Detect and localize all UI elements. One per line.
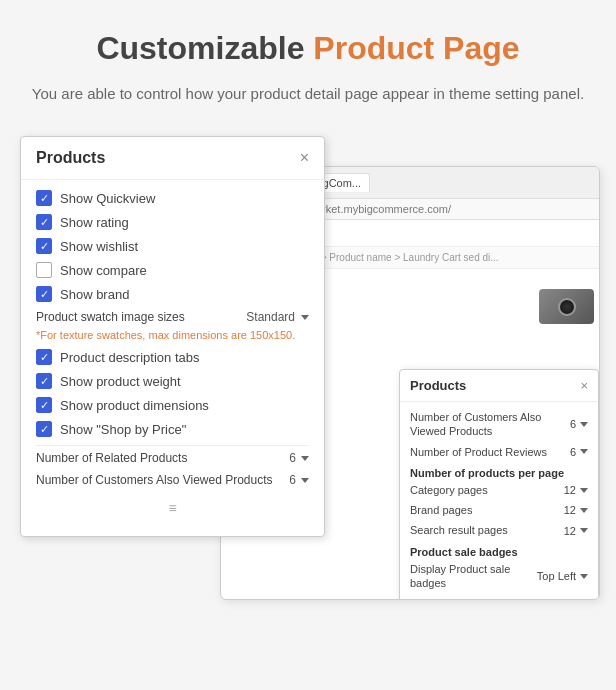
panel-header: Products ×: [21, 137, 324, 180]
panel-title: Products: [36, 149, 105, 167]
customers-viewed-label: Number of Customers Also Viewed Products: [36, 473, 289, 487]
separator: [36, 445, 309, 446]
back-select-customers[interactable]: 6: [570, 418, 588, 430]
close-icon[interactable]: ×: [300, 150, 309, 166]
checkbox-show-brand[interactable]: Show brand: [36, 286, 309, 302]
checkbox-show-rating[interactable]: Show rating: [36, 214, 309, 230]
back-select-search[interactable]: 12: [564, 525, 588, 537]
back-row-brand: Brand pages 12: [410, 503, 588, 517]
back-select-color[interactable]: #FFFFFF: [542, 598, 588, 600]
number-related-products-row: Number of Related Products 6: [36, 451, 309, 465]
chevron-down-icon: [301, 478, 309, 483]
checkbox-product-weight[interactable]: Show product weight: [36, 373, 309, 389]
back-row-product-reviews: Number of Product Reviews 6: [410, 445, 588, 459]
back-row-search: Search result pages 12: [410, 523, 588, 537]
checkbox-show-compare[interactable]: Show compare: [36, 262, 309, 278]
checkbox-checked-icon: [36, 349, 52, 365]
checkbox-description-tabs[interactable]: Product description tabs: [36, 349, 309, 365]
checkbox-unchecked-icon: [36, 262, 52, 278]
products-panel-front: Products × Show Quickview Show rating Sh…: [20, 136, 325, 537]
checkbox-checked-icon: [36, 190, 52, 206]
related-products-select[interactable]: 6: [289, 451, 309, 465]
sale-badges-header: Product sale badges: [410, 546, 588, 558]
camera-body: [539, 289, 594, 324]
page-title: Customizable Product Page: [20, 30, 596, 67]
chevron-down-icon: [580, 508, 588, 513]
chevron-down-icon: [580, 422, 588, 427]
products-panel-back: Products × Number of Customers Also View…: [399, 369, 599, 600]
back-panel-body: Number of Customers Also Viewed Products…: [400, 402, 598, 600]
products-per-page-header: Number of products per page: [410, 467, 588, 479]
back-row-display-badges: Display Product sale badges Top Left: [410, 562, 588, 591]
checkbox-product-dimensions[interactable]: Show product dimensions: [36, 397, 309, 413]
back-select-badges[interactable]: Top Left: [537, 570, 588, 582]
chevron-down-icon: [580, 528, 588, 533]
chevron-down-icon: [580, 488, 588, 493]
back-row-customers-viewed: Number of Customers Also Viewed Products…: [410, 410, 588, 439]
customers-viewed-select[interactable]: 6: [289, 473, 309, 487]
checkbox-checked-icon: [36, 286, 52, 302]
swatch-label: Product swatch image sizes: [36, 310, 185, 324]
checkbox-checked-icon: [36, 214, 52, 230]
chevron-down-icon: [580, 449, 588, 454]
checkbox-show-wishlist[interactable]: Show wishlist: [36, 238, 309, 254]
scrollbar[interactable]: ≡: [36, 495, 309, 521]
swatch-select[interactable]: Standard: [246, 310, 309, 324]
checkbox-checked-icon: [36, 238, 52, 254]
back-select-category[interactable]: 12: [564, 484, 588, 496]
panel-body: Show Quickview Show rating Show wishlist…: [21, 180, 324, 536]
back-select-brand[interactable]: 12: [564, 504, 588, 516]
checkbox-checked-icon: [36, 421, 52, 437]
back-close-icon[interactable]: ×: [580, 378, 588, 393]
chevron-down-icon: [580, 574, 588, 579]
checkbox-checked-icon: [36, 397, 52, 413]
camera-lens: [558, 298, 576, 316]
ui-demo-area: Products × Show Quickview Show rating Sh…: [20, 136, 600, 596]
page-wrapper: Customizable Product Page You are able t…: [0, 0, 616, 616]
back-select-reviews[interactable]: 6: [570, 446, 588, 458]
number-customers-viewed-row: Number of Customers Also Viewed Products…: [36, 473, 309, 487]
chevron-down-icon: [301, 315, 309, 320]
page-subtitle: You are able to control how your product…: [20, 82, 596, 106]
back-panel-title: Products: [410, 378, 466, 393]
checkbox-checked-icon: [36, 373, 52, 389]
back-row-category: Category pages 12: [410, 483, 588, 497]
swatch-image-sizes-row: Product swatch image sizes Standard: [36, 310, 309, 324]
back-panel-header: Products ×: [400, 370, 598, 402]
chevron-down-icon: [301, 456, 309, 461]
texture-note: *For texture swatches, max dimensions ar…: [36, 329, 309, 341]
product-image: [539, 289, 594, 334]
checkbox-show-quickview[interactable]: Show Quickview: [36, 190, 309, 206]
checkbox-shop-by-price[interactable]: Show "Shop by Price": [36, 421, 309, 437]
back-row-text-color: Text color #FFFFFF: [410, 596, 588, 600]
related-products-label: Number of Related Products: [36, 451, 289, 465]
